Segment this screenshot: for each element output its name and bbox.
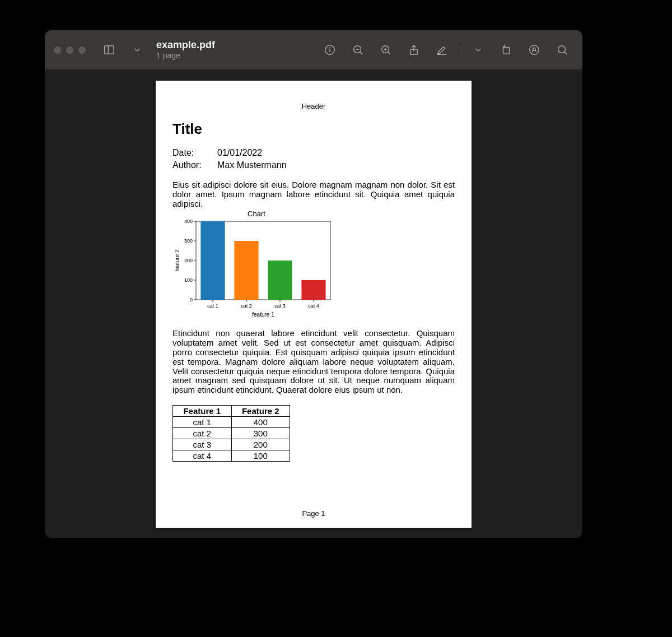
svg-text:100: 100: [184, 277, 193, 283]
document-title-block: example.pdf 1 page: [156, 40, 215, 61]
share-button[interactable]: [403, 39, 425, 61]
meta-date-value: 01/01/2022: [217, 148, 262, 158]
svg-text:cat 1: cat 1: [207, 303, 218, 309]
pdf-page: Header Title Date: 01/01/2022 Author: Ma…: [156, 81, 472, 528]
info-button[interactable]: [319, 39, 341, 61]
svg-rect-38: [301, 280, 325, 300]
svg-text:300: 300: [184, 238, 193, 244]
window-controls: [54, 47, 86, 54]
zoom-out-button[interactable]: [347, 39, 369, 61]
svg-point-4: [330, 48, 330, 48]
table-cell: 300: [231, 427, 290, 439]
table-cell: cat 2: [173, 427, 232, 439]
table-row: cat 1400: [173, 416, 290, 427]
svg-text:400: 400: [184, 218, 193, 224]
meta-author-row: Author: Max Mustermann: [172, 160, 455, 170]
meta-author-value: Max Mustermann: [217, 160, 287, 170]
table-row: cat 2300: [173, 427, 290, 439]
table-cell: cat 1: [173, 416, 232, 427]
meta-date-row: Date: 01/01/2022: [172, 148, 455, 158]
svg-text:200: 200: [184, 258, 193, 263]
table-cell: cat 4: [173, 450, 232, 461]
svg-text:cat 4: cat 4: [308, 303, 319, 309]
svg-text:feature 2: feature 2: [174, 249, 180, 272]
page-header: Header: [172, 102, 455, 110]
chart-title: Chart: [184, 210, 329, 218]
table-cell: 400: [231, 416, 290, 427]
svg-text:feature 1: feature 1: [252, 311, 274, 318]
meta-date-label: Date:: [172, 148, 217, 158]
svg-rect-35: [268, 261, 292, 300]
page-footer: Page 1: [172, 504, 455, 518]
search-button[interactable]: [551, 39, 573, 61]
svg-line-9: [388, 52, 391, 55]
highlight-button[interactable]: [523, 39, 545, 61]
meta-author-label: Author:: [172, 160, 217, 170]
svg-rect-29: [200, 221, 225, 300]
data-table: Feature 1Feature 2 cat 1400cat 2300cat 3…: [172, 405, 290, 462]
sidebar-toggle-button[interactable]: [98, 39, 120, 61]
titlebar: example.pdf 1 page: [45, 30, 582, 69]
document-page-count: 1 page: [156, 51, 215, 61]
svg-point-16: [558, 46, 566, 53]
svg-rect-0: [105, 46, 114, 54]
table-cell: 200: [231, 439, 290, 450]
zoom-in-button[interactable]: [375, 39, 397, 61]
table-header: Feature 2: [231, 405, 290, 416]
app-window: example.pdf 1 page: [45, 30, 582, 538]
page-title: Title: [172, 120, 455, 138]
svg-text:0: 0: [190, 297, 193, 303]
bar-chart: 0100200300400cat 1cat 2cat 3cat 4feature…: [172, 218, 335, 319]
document-filename: example.pdf: [156, 40, 215, 51]
table-cell: 100: [231, 450, 290, 461]
fullscreen-window-button[interactable]: [78, 47, 86, 54]
paragraph-2: Etincidunt non quaerat labore etincidunt…: [172, 329, 455, 395]
svg-rect-14: [503, 47, 510, 54]
svg-text:cat 3: cat 3: [274, 303, 286, 309]
table-row: cat 4100: [173, 450, 290, 461]
svg-line-6: [360, 52, 363, 55]
table-header: Feature 1: [173, 405, 232, 416]
svg-line-17: [564, 52, 567, 55]
close-window-button[interactable]: [54, 47, 61, 54]
minimize-window-button[interactable]: [66, 47, 73, 54]
svg-rect-32: [234, 241, 258, 300]
table-cell: cat 3: [173, 439, 232, 450]
toolbar-separator: [460, 43, 460, 57]
paragraph-1: Eius sit adipisci dolore sit eius. Dolor…: [172, 180, 455, 208]
toolbar-overflow-chevron-icon[interactable]: [467, 39, 489, 61]
table-row: cat 3200: [173, 439, 290, 450]
markup-button[interactable]: [431, 39, 453, 61]
svg-text:cat 2: cat 2: [241, 303, 252, 309]
rotate-button[interactable]: [495, 39, 517, 61]
chart-container: Chart 0100200300400cat 1cat 2cat 3cat 4f…: [172, 210, 455, 319]
sidebar-menu-chevron-icon[interactable]: [126, 39, 148, 61]
svg-point-15: [530, 45, 539, 55]
document-viewport[interactable]: Header Title Date: 01/01/2022 Author: Ma…: [45, 69, 582, 538]
